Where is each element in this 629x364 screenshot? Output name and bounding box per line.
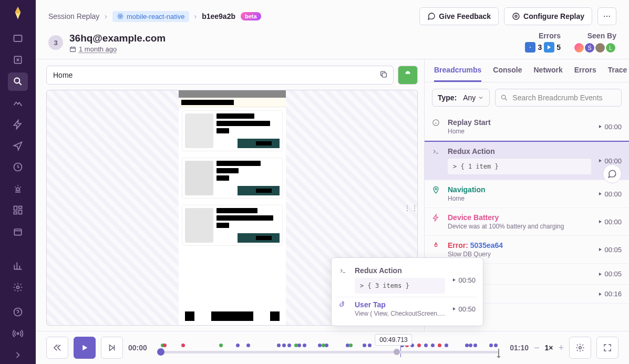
feedback-button[interactable]: Give Feedback [419,7,499,25]
timeline-marker[interactable] [236,344,240,347]
timeline-marker[interactable] [417,344,421,347]
play-button[interactable] [74,337,96,359]
errors-value: 3 5 [525,42,561,53]
copy-icon[interactable] [379,70,388,80]
breadcrumb-row[interactable]: Redux Action> { 1 item } 00:00 [425,141,629,180]
svg-point-9 [17,286,19,289]
svg-point-22 [530,47,531,48]
timeline-marker[interactable] [494,344,498,347]
avatar: S [584,42,595,54]
crumb-time: 00:05 [597,241,622,258]
nav-broadcast-icon[interactable] [8,324,28,342]
timeline-marker[interactable] [363,344,366,347]
replay-title: 36hq@example.com [69,33,166,44]
timeline-marker[interactable] [431,344,435,347]
timeline-marker[interactable] [424,344,428,347]
svg-rect-0 [14,36,22,42]
breadcrumb-row[interactable]: User TapView ( View, CheckoutScreen.tsx … [337,297,478,320]
react-icon [525,42,535,53]
avatar [594,42,606,54]
crumb-time: 00:05 [597,269,622,279]
sentry-logo[interactable] [9,5,26,22]
settings-button[interactable] [569,337,591,359]
nav-help-icon[interactable] [8,303,28,321]
next-button[interactable] [101,337,123,359]
nav-activity-icon[interactable] [8,158,28,176]
timeline-marker[interactable] [349,344,353,347]
replay-timestamp[interactable]: 1 month ago [69,45,166,53]
zoom-out-button[interactable]: − [534,342,540,353]
avatar [573,42,585,54]
tab-errors[interactable]: Errors [574,59,596,82]
zoom-in-button[interactable]: + [558,342,564,353]
nav-search-icon[interactable] [8,72,28,91]
timeline-marker[interactable] [219,344,223,347]
android-badge[interactable] [398,66,418,85]
breadcrumb-root[interactable]: Session Replay [48,12,99,20]
timeline-marker[interactable] [163,344,167,347]
svg-point-28 [435,188,437,190]
nav-releases-icon[interactable] [8,137,28,155]
crumb-time: 00:50 [451,300,476,317]
tab-console[interactable]: Console [493,59,522,82]
breadcrumb: Session Replay › mobile-react-native › b… [48,11,261,22]
fullscreen-button[interactable] [596,337,618,359]
nav-issues-icon[interactable] [8,51,28,69]
terminal-icon [339,267,348,294]
resize-handle[interactable]: ⋮⋮ [404,204,418,212]
breadcrumb-row[interactable]: Redux Action> { 3 items } 00:50 [337,263,478,297]
timeline-marker[interactable] [489,344,493,347]
nav-collapse-icon[interactable] [8,346,28,364]
configure-button[interactable]: Configure Replay [504,7,592,25]
svg-point-12 [120,16,121,17]
timeline-marker[interactable] [325,344,328,347]
nav-replays-icon[interactable] [8,115,28,133]
replay-id: b1ee9a2b [202,12,235,20]
rewind-button[interactable]: 10 [46,337,68,359]
tab-trace[interactable]: Trace [608,59,627,82]
timeline-marker[interactable] [469,344,472,347]
timeline-marker[interactable] [438,344,441,347]
type-filter[interactable]: Type: Any [432,89,490,107]
timeline-marker[interactable] [473,344,477,347]
timeline-marker[interactable] [368,344,372,347]
breadcrumb-row[interactable]: NavigationHome 00:00 [425,180,629,208]
nav-performance-icon[interactable] [8,94,28,112]
timeline-tooltip: Redux Action> { 3 items } 00:50 User Tap… [331,257,483,326]
timeline-marker[interactable] [303,344,306,347]
tap-icon [339,301,348,317]
svg-rect-21 [70,47,76,51]
avatar: L [605,42,616,54]
tab-network[interactable]: Network [534,59,563,82]
more-button[interactable] [597,7,616,25]
svg-rect-7 [14,212,17,214]
bolt-icon [432,214,441,230]
timeline-marker[interactable] [445,344,448,347]
timeline-marker[interactable] [277,344,281,347]
project-badge[interactable]: mobile-react-native [112,11,189,22]
nav-discover-icon[interactable] [8,223,28,241]
svg-rect-4 [14,206,17,211]
feedback-fab[interactable] [603,164,622,183]
breadcrumb-search[interactable]: Search Breadcrumb Events [495,89,622,107]
timeline[interactable]: 00:49.713 [152,342,504,353]
timeline-marker[interactable] [297,344,301,347]
breadcrumb-row[interactable]: Device BatteryDevice was at 100% battery… [425,208,629,236]
svg-point-11 [17,332,18,334]
timeline-marker[interactable] [181,344,185,347]
platform-icon [544,42,554,53]
nav-projects-icon[interactable] [8,29,28,48]
tab-breadcrumbs[interactable]: Breadcrumbs [434,59,481,82]
timeline-marker[interactable] [246,344,250,347]
url-display: Home [46,66,394,85]
svg-point-18 [604,16,605,17]
nav-stats-icon[interactable] [8,257,28,275]
breadcrumb-row[interactable]: Replay StartHome 00:00 [425,113,629,141]
nav-settings-icon[interactable] [8,278,28,297]
timeline-marker[interactable] [282,344,286,347]
fire-icon [432,242,441,258]
timeline-marker[interactable] [287,344,291,347]
nav-dashboards-icon[interactable] [8,201,28,220]
crumb-time: 00:00 [597,118,622,135]
nav-alerts-icon[interactable] [8,180,28,198]
